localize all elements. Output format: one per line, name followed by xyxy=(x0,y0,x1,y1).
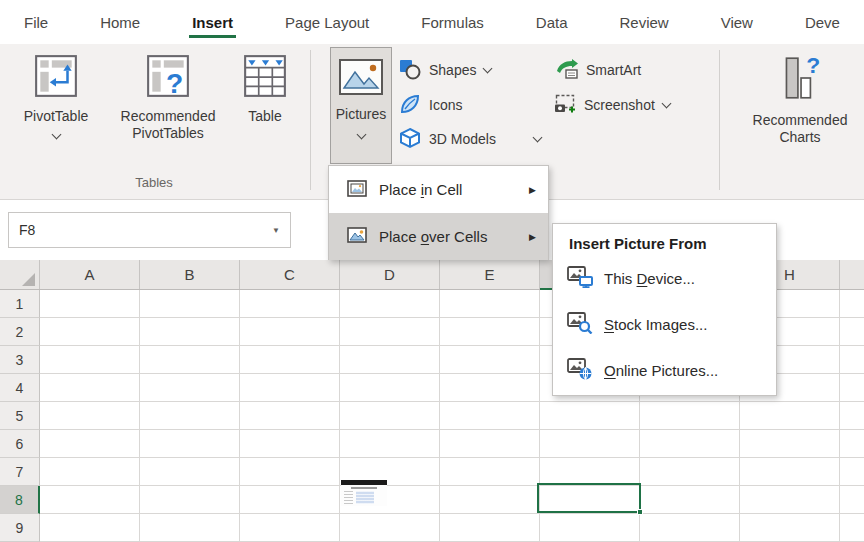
thumbnail-titlebar xyxy=(341,480,387,485)
tab-insert-label: Insert xyxy=(192,14,233,31)
chevron-down-icon xyxy=(532,133,542,143)
row-header-4[interactable]: 4 xyxy=(0,374,40,402)
row-header-8[interactable]: 8 xyxy=(0,486,40,514)
icons-label: Icons xyxy=(429,97,462,113)
recommended-pivottables-icon: ? xyxy=(145,53,191,103)
place-in-cell-icon xyxy=(347,180,367,200)
excel-window: File Home Insert Page Layout Formulas Da… xyxy=(0,0,864,542)
menu-item-stock-images[interactable]: Stock Images... xyxy=(553,301,776,347)
shapes-icon xyxy=(399,58,421,83)
table-button[interactable]: Table xyxy=(234,47,296,125)
tab-file[interactable]: File xyxy=(24,14,48,31)
select-all-corner[interactable] xyxy=(0,260,40,289)
recommended-pivottables-label: Recommended PivotTables xyxy=(104,108,232,142)
name-box-dropdown-icon[interactable]: ▼ xyxy=(272,226,280,235)
tab-insert[interactable]: Insert xyxy=(192,14,233,31)
table-icon xyxy=(242,53,288,103)
recommended-charts-label: Recommended Charts xyxy=(745,112,855,146)
recommended-charts-button[interactable]: ? Recommended Charts xyxy=(732,47,864,146)
smartart-button[interactable]: SmartArt xyxy=(556,57,641,83)
tab-view[interactable]: View xyxy=(721,14,753,31)
place-in-cell-label: Place in Cell xyxy=(379,181,462,198)
pictures-label: Pictures xyxy=(336,106,387,122)
name-box[interactable]: F8 ▼ xyxy=(8,212,291,248)
menu-item-place-over-cells[interactable]: Place over Cells ▶ xyxy=(329,213,548,260)
icons-icon xyxy=(399,93,421,118)
chevron-down-icon xyxy=(356,130,366,140)
online-pictures-label: Online Pictures... xyxy=(604,362,718,379)
thumbnail-body xyxy=(341,489,387,504)
row-header-5[interactable]: 5 xyxy=(0,402,40,430)
this-device-icon xyxy=(567,266,593,291)
icons-button[interactable]: Icons xyxy=(399,92,462,118)
table-label: Table xyxy=(248,108,281,125)
embedded-image-thumbnail[interactable] xyxy=(341,480,387,506)
this-device-label: This Device... xyxy=(604,270,695,287)
screenshot-icon xyxy=(554,94,576,117)
chevron-down-icon xyxy=(661,99,671,109)
stock-images-icon xyxy=(567,312,593,337)
thumbnail-table-block xyxy=(356,491,374,504)
group-divider xyxy=(310,50,311,190)
shapes-label: Shapes xyxy=(429,62,476,78)
pictures-dropdown-menu: Place in Cell ▶ Place over Cells ▶ xyxy=(328,165,549,260)
stock-images-label: Stock Images... xyxy=(604,316,707,333)
row-header-3[interactable]: 3 xyxy=(0,346,40,374)
menu-item-place-in-cell[interactable]: Place in Cell ▶ xyxy=(329,166,548,213)
fill-handle[interactable] xyxy=(637,509,643,515)
active-tab-indicator xyxy=(189,35,236,38)
menu-item-online-pictures[interactable]: Online Pictures... xyxy=(553,347,776,393)
chevron-down-icon xyxy=(483,64,493,74)
cell-reference: F8 xyxy=(19,222,35,238)
tab-page-layout[interactable]: Page Layout xyxy=(285,14,369,31)
pivottable-icon xyxy=(33,53,79,103)
column-header-c[interactable]: C xyxy=(240,260,340,289)
tab-formulas[interactable]: Formulas xyxy=(421,14,484,31)
screenshot-label: Screenshot xyxy=(584,97,655,113)
shapes-button[interactable]: Shapes xyxy=(399,57,491,83)
row-header-7[interactable]: 7 xyxy=(0,458,40,486)
tab-developer[interactable]: Deve xyxy=(805,14,840,31)
recommended-pivottables-button[interactable]: ? Recommended PivotTables xyxy=(104,47,232,142)
pivottable-label: PivotTable xyxy=(24,108,89,125)
tables-group-label: Tables xyxy=(0,175,308,190)
pivottable-button[interactable]: PivotTable xyxy=(10,47,102,138)
select-all-triangle-icon xyxy=(22,273,35,286)
tab-review[interactable]: Review xyxy=(620,14,669,31)
pictures-button[interactable]: Pictures xyxy=(330,47,392,164)
tab-data[interactable]: Data xyxy=(536,14,568,31)
smartart-icon xyxy=(556,59,578,82)
row-header-2[interactable]: 2 xyxy=(0,318,40,346)
column-header-a[interactable]: A xyxy=(40,260,140,289)
insert-picture-submenu: Insert Picture From This Device... xyxy=(552,223,777,396)
place-over-cells-label: Place over Cells xyxy=(379,228,487,245)
submenu-header: Insert Picture From xyxy=(553,224,776,255)
recommended-charts-icon: ? xyxy=(779,53,821,107)
3d-models-icon xyxy=(399,127,421,152)
thumbnail-text-lines xyxy=(344,491,353,504)
tab-home[interactable]: Home xyxy=(100,14,140,31)
online-pictures-icon xyxy=(567,358,593,383)
row-header-6[interactable]: 6 xyxy=(0,430,40,458)
3d-models-label: 3D Models xyxy=(429,131,496,147)
group-divider xyxy=(719,50,720,190)
column-header-d[interactable]: D xyxy=(340,260,440,289)
3d-models-button[interactable]: 3D Models xyxy=(399,126,541,152)
row-header-1[interactable]: 1 xyxy=(0,290,40,318)
svg-text:?: ? xyxy=(166,67,183,99)
pictures-icon xyxy=(338,57,384,100)
ribbon-tab-bar: File Home Insert Page Layout Formulas Da… xyxy=(0,0,864,44)
screenshot-button[interactable]: Screenshot xyxy=(554,92,670,118)
place-over-cells-icon xyxy=(347,227,367,246)
row-header-9[interactable]: 9 xyxy=(0,514,40,542)
svg-text:?: ? xyxy=(806,53,820,78)
column-header-e[interactable]: E xyxy=(440,260,540,289)
submenu-arrow-icon: ▶ xyxy=(529,232,536,242)
chevron-down-icon xyxy=(51,130,61,140)
column-header-b[interactable]: B xyxy=(140,260,240,289)
menu-item-this-device[interactable]: This Device... xyxy=(553,255,776,301)
smartart-label: SmartArt xyxy=(586,62,641,78)
submenu-arrow-icon: ▶ xyxy=(529,185,536,195)
selected-cell-f8[interactable] xyxy=(537,483,641,513)
